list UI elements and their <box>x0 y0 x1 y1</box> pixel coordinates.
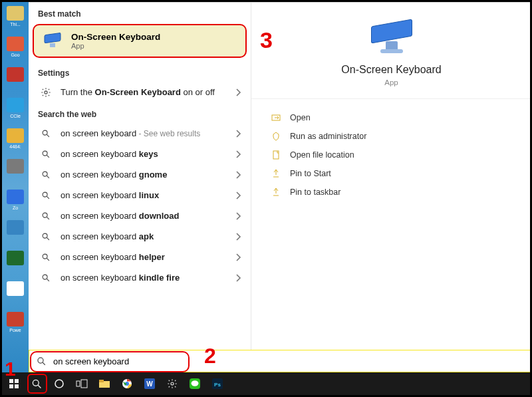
svg-point-27 <box>33 380 39 386</box>
svg-point-9 <box>43 192 47 197</box>
svg-line-18 <box>47 279 49 281</box>
photoshop-icon[interactable]: Ps <box>209 376 225 392</box>
action-icon <box>269 132 283 141</box>
desktop-icon[interactable] <box>4 159 27 186</box>
gear-icon <box>38 87 54 98</box>
svg-line-16 <box>47 258 49 261</box>
section-search-web: Search the web <box>29 103 251 123</box>
web-result-label: on screen keyboard download <box>61 211 236 221</box>
preview-action-pin-to-start[interactable]: Pin to Start <box>269 164 514 183</box>
settings-icon[interactable] <box>164 376 180 392</box>
web-result-7[interactable]: on screen keyboard kindle fire <box>29 267 251 288</box>
annotation-number-1: 1 <box>5 358 16 380</box>
svg-rect-0 <box>45 33 61 43</box>
svg-rect-31 <box>81 380 87 388</box>
svg-point-3 <box>43 130 47 135</box>
chrome-icon[interactable] <box>119 376 135 392</box>
chevron-right-icon <box>236 88 241 96</box>
svg-point-40 <box>192 380 199 386</box>
web-result-1[interactable]: on screen keyboard keys <box>29 144 251 164</box>
desktop-icon[interactable]: 4484: <box>4 128 27 155</box>
svg-rect-26 <box>15 384 19 388</box>
preview-action-open[interactable]: Open <box>269 108 514 127</box>
annotation-number-3: 3 <box>260 27 273 53</box>
chevron-right-icon <box>236 192 241 199</box>
svg-line-12 <box>47 217 49 219</box>
desktop-icon[interactable] <box>4 281 27 308</box>
action-icon <box>269 114 283 122</box>
annotation-number-2: 2 <box>204 344 216 368</box>
keyboard-icon <box>43 33 63 50</box>
preview-actions: OpenRun as administratorOpen file locati… <box>251 99 531 211</box>
web-result-label: on screen keyboard - See web results <box>61 128 236 138</box>
svg-point-15 <box>43 254 47 259</box>
action-label: Pin to Start <box>290 169 331 178</box>
svg-point-11 <box>43 213 47 217</box>
svg-point-13 <box>43 233 47 238</box>
settings-result-label: Turn the On-Screen Keyboard on or off <box>61 87 236 98</box>
desktop-icon[interactable]: Zo <box>4 190 27 216</box>
best-match-result[interactable]: On-Screen Keyboard App <box>33 24 247 58</box>
search-input[interactable] <box>53 356 523 366</box>
taskbar: W Ps <box>2 372 532 395</box>
svg-point-2 <box>45 91 47 94</box>
web-result-label: on screen keyboard gnome <box>61 170 236 180</box>
web-result-2[interactable]: on screen keyboard gnome <box>29 164 251 185</box>
svg-line-8 <box>47 176 49 178</box>
result-preview-pane: On-Screen Keyboard App OpenRun as admini… <box>251 3 531 374</box>
web-result-label: on screen keyboard apk <box>61 231 236 241</box>
web-result-3[interactable]: on screen keyboard linux <box>29 185 251 205</box>
line-icon[interactable] <box>187 376 203 392</box>
web-result-0[interactable]: on screen keyboard - See web results <box>29 123 251 144</box>
action-label: Open file location <box>290 150 354 160</box>
cortana-icon[interactable] <box>51 376 67 392</box>
preview-subtitle: App <box>384 78 398 86</box>
web-result-label: on screen keyboard kindle fire <box>61 273 236 283</box>
start-search-panel: Best match On-Screen Keyboard App Settin… <box>29 2 531 374</box>
svg-point-38 <box>171 382 174 385</box>
web-result-label: on screen keyboard keys <box>61 149 236 159</box>
desktop-icon[interactable]: Goo <box>4 37 27 63</box>
svg-point-29 <box>55 380 63 388</box>
search-input-bar[interactable] <box>29 350 531 372</box>
desktop-icon[interactable]: CCle <box>4 98 27 124</box>
chevron-right-icon <box>236 253 241 261</box>
desktop-icon[interactable]: Thi... <box>4 6 27 33</box>
chevron-right-icon <box>236 150 241 158</box>
action-label: Open <box>290 113 311 122</box>
search-icon <box>38 253 54 262</box>
file-explorer-icon[interactable] <box>96 376 112 392</box>
preview-action-open-file-location[interactable]: Open file location <box>269 146 514 164</box>
section-best-match: Best match <box>29 3 251 23</box>
svg-line-22 <box>43 362 45 365</box>
action-icon <box>269 150 283 160</box>
desktop-icon[interactable]: Powe <box>4 312 27 338</box>
search-icon <box>37 356 47 366</box>
svg-point-21 <box>38 358 43 363</box>
svg-rect-30 <box>76 381 80 386</box>
action-icon <box>269 169 283 178</box>
word-icon[interactable]: W <box>142 376 158 392</box>
desktop-icon[interactable] <box>4 251 27 277</box>
settings-result-osk-toggle[interactable]: Turn the On-Screen Keyboard on or off <box>29 82 251 103</box>
preview-action-pin-to-taskbar[interactable]: Pin to taskbar <box>269 183 514 201</box>
preview-action-run-as-administrator[interactable]: Run as administrator <box>269 127 514 146</box>
svg-point-5 <box>43 151 47 156</box>
desktop-icons-strip: Thi...GooCCle4484:ZoPowe <box>2 2 29 374</box>
svg-rect-25 <box>9 384 13 388</box>
search-icon <box>38 232 54 241</box>
desktop-icon[interactable] <box>4 67 27 94</box>
svg-line-28 <box>38 385 41 388</box>
best-match-title: On-Screen Keyboard <box>71 32 160 42</box>
web-result-4[interactable]: on screen keyboard download <box>29 205 251 226</box>
chevron-right-icon <box>236 171 241 179</box>
web-result-6[interactable]: on screen keyboard helper <box>29 247 251 267</box>
action-icon <box>269 188 283 197</box>
search-icon <box>38 211 54 221</box>
desktop-icon[interactable] <box>4 220 27 247</box>
svg-line-14 <box>47 237 49 240</box>
web-result-5[interactable]: on screen keyboard apk <box>29 226 251 247</box>
taskbar-search-icon[interactable] <box>29 376 45 392</box>
svg-rect-1 <box>50 43 55 47</box>
taskview-icon[interactable] <box>74 376 90 392</box>
